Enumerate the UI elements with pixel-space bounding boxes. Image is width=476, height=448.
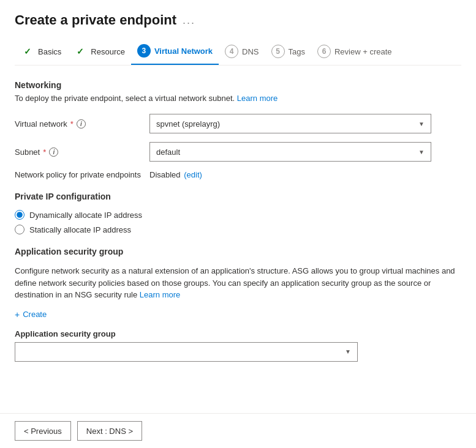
asg-description: Configure network security as a natural … — [15, 265, 461, 301]
wizard-nav: ✓ Basics ✓ Resource 3 Virtual Network 4 … — [15, 39, 461, 65]
network-policy-value: Disabled (edit) — [149, 170, 202, 179]
network-policy-label: Network policy for private endpoints — [15, 170, 149, 179]
networking-description: To deploy the private endpoint, select a… — [15, 94, 461, 103]
step-label-virtual-network: Virtual Network — [154, 47, 213, 56]
radio-option-static[interactable]: Statically allocate IP address — [15, 225, 461, 234]
private-ip-title: Private IP configuration — [15, 192, 461, 201]
step-label-dns: DNS — [242, 47, 259, 56]
asg-create-button[interactable]: + Create — [15, 310, 47, 319]
subnet-value: default — [156, 147, 180, 157]
plus-icon: + — [15, 310, 20, 319]
wizard-step-virtual-network[interactable]: 3 Virtual Network — [131, 39, 219, 65]
radio-option-dynamic[interactable]: Dynamically allocate IP address — [15, 210, 461, 220]
asg-learn-more[interactable]: Learn more — [140, 290, 180, 299]
private-ip-section: Private IP configuration — [15, 192, 461, 201]
subnet-dropdown-arrow: ▼ — [418, 149, 425, 155]
network-policy-row: Network policy for private endpoints Dis… — [15, 170, 461, 179]
virtual-network-label: Virtual network * i — [15, 119, 149, 129]
step-label-basics: Basics — [38, 47, 61, 56]
virtual-network-value: spvnet (sprelayrg) — [156, 119, 220, 129]
subnet-label: Subnet * i — [15, 147, 149, 157]
asg-dropdown-label: Application security group — [15, 329, 461, 338]
step-icon-review-create: 6 — [317, 45, 331, 58]
wizard-step-resource[interactable]: ✓ Resource — [67, 40, 131, 64]
virtual-network-required: * — [70, 119, 74, 129]
virtual-network-dropdown[interactable]: spvnet (sprelayrg) ▼ — [149, 114, 431, 133]
step-icon-tags: 5 — [271, 45, 285, 58]
next-button[interactable]: Next : DNS > — [77, 421, 142, 441]
virtual-network-dropdown-arrow: ▼ — [418, 121, 425, 127]
network-policy-edit[interactable]: (edit) — [184, 170, 202, 179]
step-icon-virtual-network: 3 — [137, 44, 151, 58]
step-label-tags: Tags — [289, 47, 305, 56]
content-area: Networking To deploy the private endpoin… — [15, 80, 461, 374]
wizard-step-tags[interactable]: 5 Tags — [265, 40, 311, 64]
networking-section-title: Networking — [15, 80, 461, 90]
subnet-dropdown[interactable]: default ▼ — [149, 142, 431, 162]
radio-group-private-ip: Dynamically allocate IP address Statical… — [15, 210, 461, 234]
wizard-step-dns[interactable]: 4 DNS — [219, 40, 265, 64]
step-label-resource: Resource — [91, 47, 125, 56]
wizard-step-review-create[interactable]: 6 Review + create — [311, 40, 398, 64]
radio-dynamic-label: Dynamically allocate IP address — [29, 211, 142, 220]
page-title-text: Create a private endpoint — [15, 12, 176, 28]
step-icon-resource: ✓ — [74, 45, 87, 58]
step-label-review-create: Review + create — [334, 47, 392, 56]
asg-create-label: Create — [23, 310, 47, 319]
radio-static[interactable] — [15, 225, 25, 234]
radio-static-label: Statically allocate IP address — [29, 225, 131, 234]
subnet-field: default ▼ — [149, 142, 461, 162]
asg-dropdown-arrow: ▼ — [345, 348, 351, 355]
footer: < Previous Next : DNS > — [0, 413, 476, 448]
networking-learn-more[interactable]: Learn more — [237, 94, 278, 103]
asg-title: Application security group — [15, 247, 461, 256]
asg-section: Application security group — [15, 247, 461, 256]
subnet-required: * — [43, 147, 46, 157]
virtual-network-row: Virtual network * i spvnet (sprelayrg) ▼ — [15, 114, 461, 133]
radio-dynamic[interactable] — [15, 210, 25, 220]
subnet-row: Subnet * i default ▼ — [15, 142, 461, 162]
subnet-info-icon[interactable]: i — [49, 147, 58, 157]
page-title-ellipsis: ... — [183, 14, 195, 27]
virtual-network-field: spvnet (sprelayrg) ▼ — [149, 114, 461, 133]
previous-button[interactable]: < Previous — [15, 421, 71, 441]
wizard-step-basics[interactable]: ✓ Basics — [15, 40, 67, 64]
step-icon-basics: ✓ — [21, 45, 34, 58]
page-title: Create a private endpoint ... — [15, 12, 461, 28]
asg-dropdown[interactable]: ▼ — [15, 342, 358, 362]
virtual-network-info-icon[interactable]: i — [77, 119, 86, 129]
step-icon-dns: 4 — [225, 45, 238, 58]
